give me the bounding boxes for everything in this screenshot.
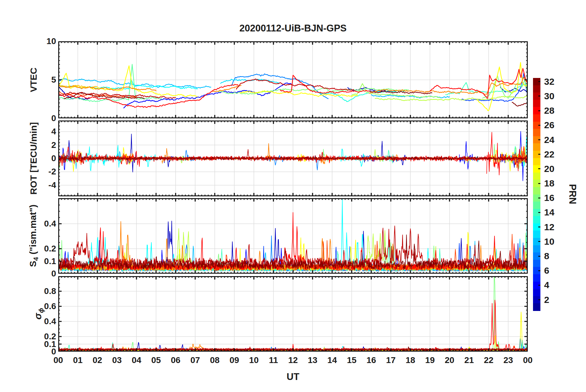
y-tick-label: -2: [32, 166, 56, 177]
vtec-panel: [58, 41, 528, 118]
y-tick-label: 0: [32, 268, 56, 279]
colorbar-tick-label: 2: [544, 295, 563, 305]
colorbar-block-prn19: [533, 173, 540, 180]
y-tick-label: 4: [32, 126, 56, 137]
colorbar-tick: [538, 96, 540, 96]
S4-plot-area: [58, 198, 528, 274]
rot-panel: [58, 120, 528, 196]
y-tick-label: 0.4: [32, 218, 56, 229]
colorbar-block-prn13: [533, 216, 540, 223]
colorbar-tick: [538, 110, 540, 111]
y-tick-label: 0: [32, 113, 56, 124]
colorbar-tick-label: 22: [544, 149, 563, 160]
colorbar-tick-label: 20: [544, 164, 563, 174]
colorbar-block-prn7: [533, 260, 540, 267]
y-tick-label: 0.2: [32, 331, 56, 342]
prn-colorbar: [533, 78, 540, 311]
colorbar-tick: [538, 212, 540, 213]
y-tick-label: -4: [32, 180, 56, 190]
y-tick-label: 0.6: [32, 301, 56, 312]
series-prn20: [58, 66, 197, 97]
colorbar-block-prn25: [533, 129, 540, 136]
sigma-phi-panel: [58, 276, 528, 352]
colorbar-tick: [538, 81, 540, 82]
colorbar-block-prn21: [533, 158, 540, 165]
series-prn4: [459, 141, 473, 169]
x-tick-label: 00: [515, 355, 540, 365]
series-prn2: [361, 141, 406, 165]
colorbar-tick: [538, 125, 540, 126]
colorbar-tick-label: 18: [544, 178, 563, 189]
colorbar-tick: [538, 241, 540, 242]
y-tick-label: 0.1: [32, 256, 56, 267]
VTEC-plot-area: [58, 41, 528, 118]
colorbar-block-prn15: [533, 202, 540, 209]
gridlines: [58, 276, 528, 352]
series-prn28: [430, 68, 528, 98]
y-tick-label: 2: [32, 140, 56, 150]
colorbar-block-prn11: [533, 231, 540, 238]
y-tick-label: 5: [32, 75, 56, 85]
series-prn32: [512, 102, 528, 106]
s4-panel: [58, 198, 528, 274]
ROT-plot-area: [58, 120, 528, 196]
chart-title: 20200112-UiB-BJN-GPS: [201, 23, 385, 34]
series-prn2: [127, 134, 136, 172]
colorbar-tick-label: 26: [544, 120, 563, 130]
colorbar-block-prn29: [533, 100, 540, 107]
colorbar-tick: [538, 285, 540, 286]
colorbar-block-prn5: [533, 274, 540, 282]
colorbar-tick: [538, 198, 540, 198]
colorbar-tick-label: 30: [544, 91, 563, 101]
figure: 20200112-UiB-BJN-GPS VTEC ROT [TECU/min]…: [0, 0, 586, 392]
colorbar-block-prn3: [533, 289, 540, 296]
colorbar-block-prn31: [533, 85, 540, 93]
colorbar-tick: [538, 183, 540, 184]
colorbar-tick-label: 12: [544, 222, 563, 232]
y-tick-label: 0.8: [32, 286, 56, 296]
colorbar-tick: [538, 154, 540, 155]
gridlines: [58, 41, 528, 118]
colorbar-block-prn23: [533, 143, 540, 151]
colorbar-tick: [538, 256, 540, 257]
colorbar-tick-label: 28: [544, 105, 563, 116]
colorbar-tick: [538, 139, 540, 140]
colorbar-tick: [538, 168, 540, 169]
colorbar-tick-label: 14: [544, 207, 563, 218]
colorbar-block-prn17: [533, 187, 540, 194]
series-prn14: [383, 150, 396, 163]
sigma-phi-plot-area: [58, 276, 528, 352]
colorbar-tick: [538, 270, 540, 271]
colorbar-label: PRN: [567, 184, 578, 204]
y-tick-label: 0.2: [32, 243, 56, 254]
y-tick-label: 10: [32, 36, 56, 47]
colorbar-tick-label: 24: [544, 135, 563, 145]
colorbar-tick-label: 10: [544, 236, 563, 247]
colorbar-tick-label: 4: [544, 280, 563, 290]
colorbar-block-prn27: [533, 114, 540, 122]
colorbar-block-prn9: [533, 245, 540, 253]
colorbar-tick-label: 16: [544, 193, 563, 203]
colorbar-block-prn1: [533, 303, 540, 311]
x-axis-label: UT: [262, 371, 324, 382]
colorbar-tick-label: 8: [544, 251, 563, 261]
y-tick-label: 0: [32, 153, 56, 164]
colorbar-tick-label: 32: [544, 76, 563, 87]
colorbar-tick: [538, 299, 540, 300]
colorbar-tick-label: 6: [544, 265, 563, 276]
y-tick-label: 0.4: [32, 316, 56, 327]
colorbar-tick: [538, 227, 540, 227]
